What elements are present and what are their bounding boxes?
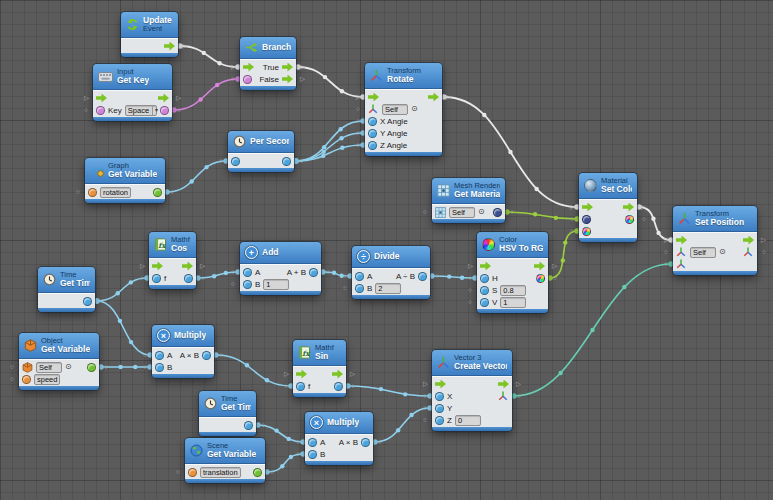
node-branch[interactable]: BranchTrueFalse — [240, 37, 296, 90]
port-get-key-flow-in[interactable] — [96, 94, 107, 103]
port-per-second-blue-in[interactable] — [231, 157, 240, 166]
port-transform-rotate-flow-out[interactable] — [428, 93, 439, 102]
port-multiply-1-a-b-out[interactable] — [202, 351, 211, 360]
node-header[interactable]: ColorHSV To RGB — [477, 232, 548, 258]
port-set-color-wheel-out[interactable] — [625, 215, 634, 224]
node-header[interactable]: Branch — [240, 37, 296, 59]
node-header[interactable]: fxMathfCos — [149, 232, 196, 258]
node-divide[interactable]: ÷DivideAA ÷ BB2 — [352, 246, 430, 299]
port-branch-true-out[interactable] — [282, 63, 293, 72]
port-set-position-vec-in[interactable] — [676, 259, 687, 270]
port-update-event-flow-out[interactable] — [164, 42, 175, 51]
field-input[interactable]: 1 — [263, 279, 289, 290]
node-get-material[interactable]: Mesh RendererGet MaterialSelf⊙ — [432, 178, 505, 223]
graph-canvas[interactable]: UpdateEventInputGet KeyKeySpaceBranchTru… — [0, 0, 773, 500]
port-time-get-time-1-blue-out[interactable] — [83, 297, 92, 306]
port-get-key-pink-out[interactable] — [160, 106, 169, 115]
port-create-vector3-y-in[interactable] — [435, 404, 444, 413]
field-input[interactable]: rotation — [100, 187, 131, 198]
node-header[interactable]: MaterialSet Color — [579, 173, 637, 199]
node-header[interactable]: ÷Divide — [352, 246, 430, 268]
node-multiply-1[interactable]: ×MultiplyAA × BB — [152, 325, 214, 378]
target-picker-icon[interactable]: ⊙ — [411, 105, 418, 113]
port-transform-rotate-z-angle-in[interactable] — [368, 141, 377, 150]
port-multiply-2-b-in[interactable] — [308, 450, 317, 459]
port-mathf-sin-flow-in[interactable] — [296, 370, 307, 379]
node-header[interactable]: <>GraphGet Variable — [85, 158, 165, 184]
port-mathf-cos-flow-out[interactable] — [182, 262, 193, 271]
field-input[interactable]: 0.8 — [500, 285, 526, 296]
node-header[interactable]: TransformRotate — [365, 63, 442, 89]
node-header[interactable]: SceneGet Variable — [185, 438, 265, 464]
field-input[interactable]: translation — [200, 467, 241, 478]
port-set-color-flow-in[interactable] — [582, 203, 593, 212]
node-get-key[interactable]: InputGet KeyKeySpace — [93, 64, 172, 121]
port-get-material-navy-out[interactable] — [493, 208, 502, 217]
port-create-vector3-flow-out[interactable] — [498, 380, 509, 389]
field-input[interactable]: 2 — [375, 283, 401, 294]
port-mathf-sin-blue-out[interactable] — [334, 382, 343, 391]
port-set-color-navy-in[interactable] — [582, 215, 591, 224]
port-branch-pink-in[interactable] — [243, 75, 252, 84]
port-create-vector3-vec-out[interactable] — [498, 391, 509, 402]
port-branch-flow-in[interactable] — [243, 63, 254, 72]
port-branch-false-out[interactable] — [282, 75, 293, 84]
port-add-a-b-out[interactable] — [309, 268, 318, 277]
node-mathf-sin[interactable]: fxMathfSinf — [293, 340, 346, 397]
node-time-get-time-2[interactable]: TimeGet Time — [199, 391, 256, 436]
node-header[interactable]: +Add — [240, 242, 321, 264]
node-set-color[interactable]: MaterialSet Color — [579, 173, 637, 242]
node-set-position[interactable]: TransformSet PositionSelf⊙ — [673, 206, 757, 275]
field-input[interactable]: Self — [382, 104, 408, 115]
port-set-color-flow-out[interactable] — [623, 203, 634, 212]
node-object-get-variable[interactable]: ObjectGet VariableSelf⊙speed — [19, 333, 99, 390]
node-create-vector3[interactable]: Vector 3Create Vector 3XYZ0 — [432, 350, 512, 431]
field-input[interactable]: speed — [34, 374, 60, 385]
port-create-vector3-z-in[interactable] — [435, 416, 444, 425]
node-header[interactable]: TransformSet Position — [673, 206, 757, 232]
node-update-event[interactable]: UpdateEvent — [121, 12, 178, 57]
field-input[interactable]: Self — [690, 247, 716, 258]
port-mathf-sin-flow-out[interactable] — [332, 370, 343, 379]
node-header[interactable]: ×Multiply — [305, 412, 373, 434]
port-divide-a-b-out[interactable] — [418, 272, 427, 281]
target-picker-icon[interactable]: ⊙ — [719, 248, 726, 256]
port-scene-get-variable-green-out[interactable] — [253, 468, 262, 477]
port-set-color-wheel-in[interactable] — [582, 227, 591, 236]
port-hsv-to-rgb-flow-in[interactable] — [480, 262, 491, 271]
port-add-a-in[interactable] — [243, 268, 252, 277]
port-hsv-to-rgb-flow-out[interactable] — [534, 262, 545, 271]
target-picker-icon[interactable]: ⊙ — [478, 208, 485, 216]
field-input[interactable]: 1 — [500, 297, 526, 308]
node-graph-get-variable[interactable]: <>GraphGet Variablerotation — [85, 158, 165, 203]
node-scene-get-variable[interactable]: SceneGet Variabletranslation — [185, 438, 265, 483]
node-header[interactable]: UpdateEvent — [121, 12, 178, 38]
port-divide-b-in[interactable] — [355, 284, 364, 293]
node-header[interactable]: TimeGet Time — [199, 391, 256, 417]
port-set-position-vec-out[interactable] — [743, 247, 754, 258]
node-header[interactable]: TimeGet Time — [38, 267, 95, 293]
port-multiply-1-b-in[interactable] — [155, 363, 164, 372]
port-set-position-axes-in[interactable] — [676, 247, 687, 258]
port-multiply-2-a-in[interactable] — [308, 438, 317, 447]
port-mathf-sin-f-in[interactable] — [296, 382, 305, 391]
port-divide-a-in[interactable] — [355, 272, 364, 281]
port-hsv-to-rgb-v-in[interactable] — [480, 298, 489, 307]
port-object-get-variable-green-out[interactable] — [87, 363, 96, 372]
port-transform-rotate-y-angle-in[interactable] — [368, 129, 377, 138]
port-multiply-2-a-b-out[interactable] — [361, 438, 370, 447]
port-per-second-blue-out[interactable] — [282, 157, 291, 166]
port-get-key-key-in[interactable] — [96, 106, 105, 115]
node-header[interactable]: InputGet Key — [93, 64, 172, 90]
node-multiply-2[interactable]: ×MultiplyAA × BB — [305, 412, 373, 465]
node-transform-rotate[interactable]: TransformRotateSelf⊙X AngleY AngleZ Angl… — [365, 63, 442, 156]
port-graph-get-variable-green-out[interactable] — [153, 188, 162, 197]
node-header[interactable]: ObjectGet Variable — [19, 333, 99, 359]
port-scene-get-variable-orange-in[interactable] — [188, 468, 197, 477]
port-time-get-time-2-blue-out[interactable] — [244, 421, 253, 430]
field-input[interactable]: 0 — [455, 415, 481, 426]
port-transform-rotate-axes-in[interactable] — [368, 104, 379, 115]
port-multiply-1-a-in[interactable] — [155, 351, 164, 360]
node-per-second[interactable]: Per Second — [228, 131, 294, 172]
port-mathf-cos-f-in[interactable] — [152, 274, 161, 283]
